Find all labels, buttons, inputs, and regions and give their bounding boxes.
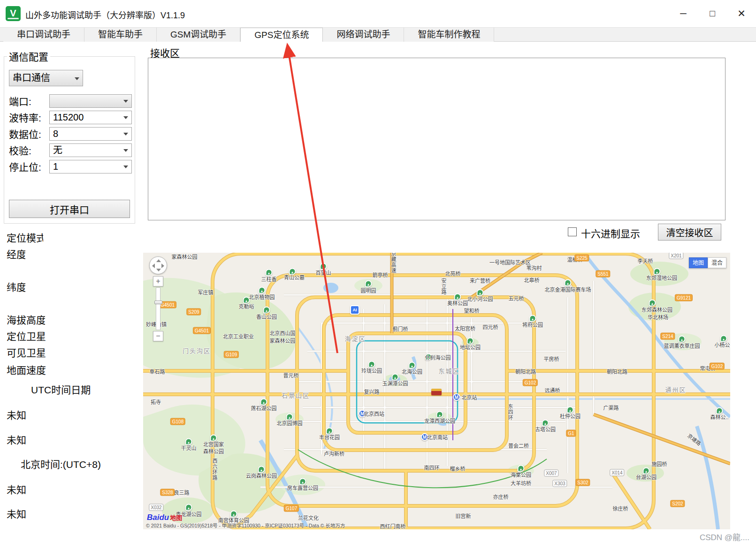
map-label: 苇沟村 xyxy=(527,264,542,271)
map-canvas[interactable]: 家森林公园温榆桥李天桥一号地国际艺术区苇沟村三柱香青山公墓百望山箭亭桥北苑桥来广… xyxy=(143,253,730,529)
tab-network-debug[interactable]: 网络调试助手 xyxy=(323,28,404,42)
stopbits-row: 停止位:1 xyxy=(9,159,132,173)
map-label: 北京园博园 xyxy=(277,419,303,427)
zoom-slider[interactable] xyxy=(156,287,160,330)
map-type-map-button[interactable]: 地图 xyxy=(689,257,708,268)
main-panel: 接收区 十六进制显示 清空接收区 xyxy=(143,42,756,557)
hex-display-label[interactable]: 十六进制显示 xyxy=(581,226,640,240)
stopbits-select[interactable]: 1 xyxy=(49,160,132,173)
map-label: 南四环 xyxy=(424,464,440,471)
map-label: G9121 xyxy=(675,294,693,301)
map-label: 施园桥 xyxy=(652,460,667,467)
parity-select[interactable]: 无 xyxy=(49,143,132,157)
map-label: 奥林公园 xyxy=(447,299,468,307)
map-label: S551 xyxy=(596,271,610,278)
tab-gsm-debug[interactable]: GSM调试助手 xyxy=(157,28,240,42)
map-label: 兰花文化 xyxy=(298,514,319,521)
pan-left-icon[interactable] xyxy=(152,263,155,268)
map-label: S328 xyxy=(160,489,175,496)
utc-time-value: 未知 xyxy=(7,432,26,446)
map-label: 晋元桥 xyxy=(283,371,299,379)
map-label: 普会二桥 xyxy=(508,442,529,449)
map-label: G1 xyxy=(566,430,576,437)
map-label: 箭亭桥 xyxy=(373,271,388,278)
map-label: 五元桥 xyxy=(509,294,524,302)
tab-smartcar-tutorial[interactable]: 智能车制作教程 xyxy=(404,28,494,42)
chevron-down-icon xyxy=(123,149,128,152)
map-label: 拓寺 xyxy=(151,398,161,406)
pan-up-icon[interactable] xyxy=(156,259,161,262)
map-label: S214 xyxy=(660,333,675,340)
map-label: 石景山区 xyxy=(282,391,310,399)
map-label: G102 xyxy=(523,379,538,386)
baud-label: 波特率: xyxy=(9,110,49,124)
zoom-out-button[interactable]: − xyxy=(153,331,163,341)
baidu-maps-label: 地图 xyxy=(170,514,182,521)
metro-marker-icon[interactable]: M xyxy=(453,393,460,401)
beijing-time-label: 北京时间:(UTC+8) xyxy=(21,457,101,471)
comm-config-title: 通信配置 xyxy=(7,49,50,63)
zoom-in-button[interactable]: + xyxy=(153,276,163,286)
map-label: 莲石湖公园 xyxy=(251,404,277,412)
map-label: 三柱香 xyxy=(261,275,277,283)
map-label: G107 xyxy=(284,505,299,512)
map-label: 华北林场 xyxy=(648,313,668,321)
map-label: S302 xyxy=(575,479,590,486)
chevron-down-icon xyxy=(123,166,128,168)
map-label: S209 xyxy=(186,309,201,316)
titlebar: V 山外多功能调试助手（大分辨率版）V1.1.9 ─ □ ✕ xyxy=(0,0,756,27)
baidu-logo-text: Baidu xyxy=(147,513,169,522)
content: 通信配置 串口通信 端口: 波特率:115200 数据位:8 校验:无 xyxy=(0,42,756,557)
map-label: 什刹海公园 xyxy=(425,354,451,361)
tab-serial-debug[interactable]: 串口调试助手 xyxy=(3,28,84,42)
pan-down-icon[interactable] xyxy=(156,269,161,271)
status-satellites-used: 定位卫星 xyxy=(7,329,47,343)
map-label: 北苑桥 xyxy=(445,270,461,277)
map-label: X032 xyxy=(149,504,163,511)
map-label: G109 xyxy=(224,351,239,358)
map-label: G108 xyxy=(170,418,185,425)
map-label: 家森林公园 xyxy=(172,253,198,260)
map-copyright: © 2021 Baidu - GS(2019)5218号 - 甲测资字11009… xyxy=(146,522,345,529)
hex-display-checkbox[interactable] xyxy=(568,227,577,236)
databits-row: 数据位:8 xyxy=(9,127,132,140)
baud-select[interactable]: 115200 xyxy=(49,111,132,124)
tiananmen-marker-icon[interactable] xyxy=(431,389,442,395)
minimize-button[interactable]: ─ xyxy=(669,0,698,27)
comm-type-select[interactable]: 串口通信 xyxy=(9,70,83,86)
map-label: X014 xyxy=(610,469,624,476)
map-label: 西六环路 xyxy=(211,458,218,481)
map-label: 阜石路 xyxy=(150,368,165,375)
map-label: 香山公园 xyxy=(256,313,277,320)
map-type-hybrid-button[interactable]: 混合 xyxy=(708,257,726,268)
map-label: 朝阳北路 xyxy=(607,368,627,375)
clear-receive-button[interactable]: 清空接收区 xyxy=(658,224,721,241)
zoom-slider-handle[interactable] xyxy=(154,301,162,304)
databits-select[interactable]: 8 xyxy=(49,127,132,141)
status-positioning-mode: 定位模式 xyxy=(7,230,43,244)
map-label: 克勒峪 xyxy=(239,302,254,310)
map-label: 来广营桥 xyxy=(470,277,490,284)
receive-textarea[interactable] xyxy=(148,58,725,220)
map-label: 杜仲公园 xyxy=(560,412,580,420)
map-pan-control[interactable] xyxy=(149,256,167,274)
map-label: X007 xyxy=(544,470,558,477)
port-select[interactable] xyxy=(49,94,132,108)
ai-marker-icon[interactable]: AI xyxy=(350,305,359,315)
map-label: 军庄镇 xyxy=(198,288,214,296)
status-altitude: 海拔高度 xyxy=(7,312,45,326)
map-type-switch: 地图 混合 xyxy=(689,257,726,268)
open-serial-button[interactable]: 打开串口 xyxy=(9,200,130,218)
map-label: 望和桥 xyxy=(464,307,480,314)
pan-right-icon[interactable] xyxy=(161,263,164,268)
map-label: 东郊森林公园 xyxy=(641,306,672,313)
map-label: 将府公园 xyxy=(522,321,543,328)
map-label: 海棠公园 xyxy=(511,471,531,478)
close-button[interactable]: ✕ xyxy=(727,0,756,27)
maximize-button[interactable]: □ xyxy=(698,0,727,27)
tab-gps-system[interactable]: GPS定位系统 xyxy=(240,28,323,42)
map-label: 北京金港国际赛车场 xyxy=(545,286,591,293)
status-latitude: 纬度 xyxy=(7,279,25,294)
map-label: 北小河公园 xyxy=(467,295,493,302)
tab-smartcar[interactable]: 智能车助手 xyxy=(84,28,157,42)
